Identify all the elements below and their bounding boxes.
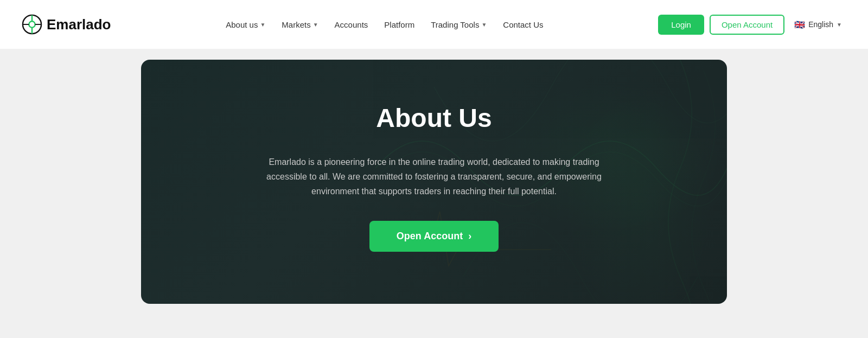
chevron-down-icon: ▼	[837, 22, 842, 28]
chevron-right-icon: ›	[468, 231, 471, 242]
login-button[interactable]: Login	[658, 15, 704, 35]
chevron-down-icon: ▼	[481, 22, 487, 28]
brand-name: Emarlado	[47, 16, 111, 33]
language-label: English	[808, 20, 833, 29]
hero-open-account-button[interactable]: Open Account ›	[369, 221, 499, 252]
hero-card: About Us Emarlado is a pioneering force …	[141, 60, 727, 304]
navbar-actions: Login Open Account 🇬🇧 English ▼	[658, 15, 846, 35]
chevron-down-icon: ▼	[260, 22, 265, 28]
nav-links: About us ▼ Markets ▼ Accounts Platform T…	[219, 16, 550, 34]
flag-icon: 🇬🇧	[794, 20, 805, 30]
nav-item-contact[interactable]: Contact Us	[496, 16, 550, 34]
brand-logo-icon	[22, 14, 42, 35]
nav-item-accounts[interactable]: Accounts	[328, 16, 375, 34]
hero-content: About Us Emarlado is a pioneering force …	[266, 103, 602, 252]
page-wrapper: About Us Emarlado is a pioneering force …	[0, 49, 868, 320]
chevron-down-icon: ▼	[313, 22, 318, 28]
hero-description: Emarlado is a pioneering force in the on…	[266, 155, 602, 199]
nav-item-platform[interactable]: Platform	[378, 16, 421, 34]
nav-item-markets[interactable]: Markets ▼	[275, 16, 324, 34]
navbar: Emarlado About us ▼ Markets ▼ Accounts P…	[0, 0, 868, 49]
nav-item-trading-tools[interactable]: Trading Tools ▼	[424, 16, 493, 34]
nav-item-about[interactable]: About us ▼	[219, 16, 272, 34]
hero-title: About Us	[376, 103, 492, 133]
language-selector[interactable]: 🇬🇧 English ▼	[790, 16, 846, 33]
open-account-button[interactable]: Open Account	[710, 15, 784, 35]
svg-point-1	[29, 21, 35, 27]
brand-logo-link[interactable]: Emarlado	[22, 14, 111, 35]
